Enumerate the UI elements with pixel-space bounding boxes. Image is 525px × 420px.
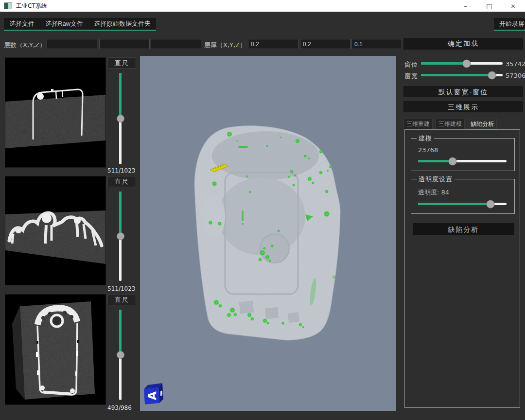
viewport-3d-render: A: [140, 56, 396, 411]
window-level-handle[interactable]: [463, 59, 471, 68]
window-title: 工业CT系统: [16, 2, 47, 10]
orientation-cube-logo: A: [144, 383, 163, 404]
window-level-label: 窗位: [404, 60, 418, 69]
maximize-button[interactable]: □: [477, 0, 501, 12]
window-width-value: 57306: [506, 72, 525, 79]
layers-xyz-label: 层数（X,Y,Z）: [4, 41, 46, 50]
logo-letter: A: [146, 391, 158, 400]
slice-slider-middle[interactable]: [119, 192, 122, 281]
slice-slider-middle-handle[interactable]: [117, 232, 124, 240]
opacity-slider-fill: [418, 203, 490, 205]
window-level-slider[interactable]: [421, 62, 503, 65]
ct-slice-image-top: [5, 58, 105, 167]
slice-position-middle: 511/1023: [107, 285, 141, 292]
layers-y-input[interactable]: [99, 39, 150, 49]
tab-3d-modeling[interactable]: 三维建模: [436, 119, 465, 129]
opacity-slider[interactable]: [418, 203, 507, 205]
layers-z-input[interactable]: [151, 39, 201, 49]
layers-x-input[interactable]: [47, 39, 97, 49]
tab-3d-reconstruction[interactable]: 三维重建: [403, 119, 433, 129]
title-bar: 工业CT系统 – □ ×: [0, 0, 525, 12]
opacity-group: 透明度设置 透明度: 84: [411, 179, 515, 214]
ct-slice-view-bottom[interactable]: [5, 294, 106, 405]
slice-slider-bottom-handle[interactable]: [117, 351, 124, 359]
default-window-button[interactable]: 默认窗宽-窗位: [403, 86, 523, 97]
window-width-label: 窗宽: [404, 72, 418, 81]
record-button-strip: 开始录屏: [494, 18, 525, 31]
window-width-slider[interactable]: [421, 74, 503, 76]
window-width-fill: [421, 74, 492, 76]
ct-slice-view-top[interactable]: [5, 57, 106, 168]
ruler-button-bottom[interactable]: 直尺: [107, 294, 136, 305]
modeling-slider-fill: [418, 160, 453, 162]
slice-slider-bottom[interactable]: [119, 310, 122, 400]
slice-slider-top-handle[interactable]: [117, 115, 124, 122]
ruler-button-middle[interactable]: 直尺: [107, 176, 136, 187]
close-button[interactable]: ×: [501, 0, 525, 12]
minimize-button[interactable]: –: [454, 0, 477, 12]
modeling-slider-handle[interactable]: [448, 157, 456, 165]
window-width-handle[interactable]: [488, 71, 496, 79]
opacity-value-label: 透明度: 84: [418, 188, 449, 197]
modeling-group: 建模 23768: [411, 138, 515, 171]
thickness-z-input[interactable]: [351, 39, 402, 49]
modeling-slider[interactable]: [418, 160, 507, 162]
ruler-button-top[interactable]: 直尺: [107, 57, 136, 69]
defect-analysis-button[interactable]: 缺陷分析: [413, 223, 514, 235]
display-3d-button[interactable]: 三维展示: [403, 101, 523, 112]
slice-slider-top[interactable]: [119, 73, 122, 164]
file-menu-strip: 选择文件 选择Raw文件 选择原始数据文件夹: [4, 18, 156, 31]
slice-position-bottom: 493/986: [107, 404, 141, 411]
confirm-load-button[interactable]: 确定加载: [403, 38, 523, 50]
thickness-x-input[interactable]: [248, 39, 298, 49]
window-level-fill: [421, 62, 467, 65]
select-raw-data-folder-button[interactable]: 选择原始数据文件夹: [88, 18, 156, 30]
thickness-y-input[interactable]: [300, 39, 350, 49]
app-icon: [4, 2, 12, 9]
opacity-group-title: 透明度设置: [417, 175, 455, 184]
select-file-button[interactable]: 选择文件: [4, 18, 40, 30]
modeling-value: 23768: [418, 146, 438, 154]
select-raw-file-button[interactable]: 选择Raw文件: [40, 18, 88, 30]
slice-position-top: 511/1023: [107, 167, 141, 174]
ct-slice-view-middle[interactable]: [5, 176, 106, 285]
ct-slice-image-bottom: [5, 295, 105, 404]
industrial-ct-app-window: 工业CT系统 – □ × 选择文件 选择Raw文件 选择原始数据文件夹 开始录屏…: [0, 0, 525, 420]
opacity-slider-handle[interactable]: [487, 200, 495, 208]
tab-defect-analysis[interactable]: 缺陷分析: [468, 119, 497, 130]
slice-slider-top-fill: [119, 73, 122, 119]
window-level-value: 35742: [506, 60, 525, 68]
thickness-xyz-label: 层厚（X,Y,Z）: [204, 41, 246, 50]
slice-slider-middle-fill: [119, 192, 122, 236]
modeling-group-title: 建模: [417, 134, 434, 143]
ct-slice-image-middle: [5, 176, 105, 285]
viewport-3d[interactable]: A: [140, 56, 396, 411]
slice-slider-bottom-fill: [119, 310, 122, 355]
start-recording-button[interactable]: 开始录屏: [494, 18, 525, 30]
